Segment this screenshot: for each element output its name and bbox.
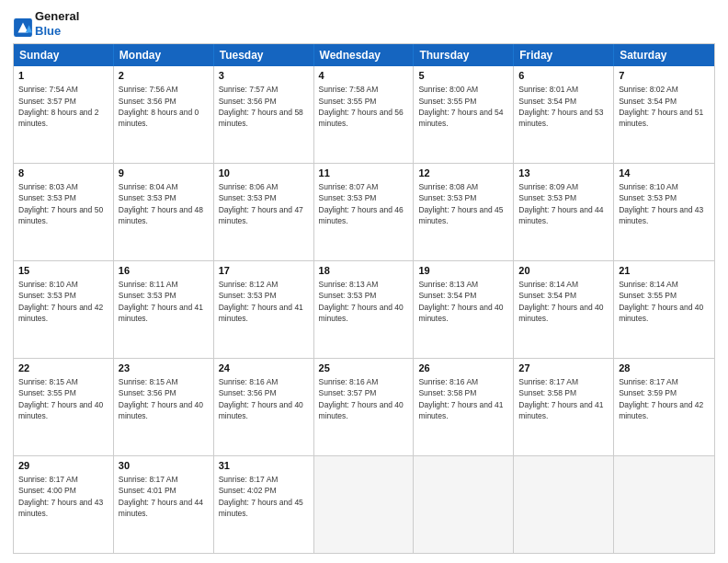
cell-info: Sunrise: 8:10 AMSunset: 3:53 PMDaylight:… (18, 280, 103, 323)
day-number: 7 (619, 69, 710, 83)
day-number: 12 (418, 167, 508, 180)
day-number: 26 (418, 362, 508, 375)
day-number: 30 (119, 459, 209, 473)
cell-info: Sunrise: 8:09 AMSunset: 3:53 PMDaylight:… (518, 182, 603, 225)
calendar: Sunday Monday Tuesday Wednesday Thursday… (13, 43, 715, 554)
week-row-4: 22Sunrise: 8:15 AMSunset: 3:55 PMDayligh… (14, 358, 714, 455)
cell-info: Sunrise: 8:15 AMSunset: 3:55 PMDaylight:… (18, 377, 103, 420)
day-number: 10 (219, 167, 309, 180)
table-row: 22Sunrise: 8:15 AMSunset: 3:55 PMDayligh… (14, 359, 114, 455)
day-number: 9 (119, 167, 209, 180)
week-row-1: 1Sunrise: 7:54 AMSunset: 3:57 PMDaylight… (14, 66, 714, 163)
day-number: 19 (418, 264, 508, 278)
cell-info: Sunrise: 8:01 AMSunset: 3:54 PMDaylight:… (518, 85, 603, 128)
table-row: 30Sunrise: 8:17 AMSunset: 4:01 PMDayligh… (114, 456, 214, 553)
cell-info: Sunrise: 8:17 AMSunset: 4:00 PMDaylight:… (18, 475, 103, 518)
calendar-body: 1Sunrise: 7:54 AMSunset: 3:57 PMDaylight… (14, 66, 714, 553)
day-number: 23 (119, 362, 209, 375)
cell-info: Sunrise: 8:16 AMSunset: 3:58 PMDaylight:… (418, 377, 503, 420)
table-row: 25Sunrise: 8:16 AMSunset: 3:57 PMDayligh… (314, 359, 415, 455)
day-number: 20 (518, 264, 609, 278)
day-number: 17 (219, 264, 309, 278)
table-row: 9Sunrise: 8:04 AMSunset: 3:53 PMDaylight… (114, 164, 214, 260)
header-thursday: Thursday (414, 44, 514, 66)
table-row: 27Sunrise: 8:17 AMSunset: 3:58 PMDayligh… (514, 359, 614, 455)
table-row: 19Sunrise: 8:13 AMSunset: 3:54 PMDayligh… (414, 261, 514, 358)
header-wednesday: Wednesday (314, 44, 415, 66)
table-row: 21Sunrise: 8:14 AMSunset: 3:55 PMDayligh… (614, 261, 714, 358)
cell-info: Sunrise: 8:17 AMSunset: 3:58 PMDaylight:… (518, 377, 603, 420)
logo: General Blue (13, 9, 79, 38)
table-row (414, 456, 514, 553)
table-row: 26Sunrise: 8:16 AMSunset: 3:58 PMDayligh… (414, 359, 514, 455)
week-row-3: 15Sunrise: 8:10 AMSunset: 3:53 PMDayligh… (14, 260, 714, 358)
day-number: 31 (219, 459, 309, 473)
day-number: 27 (518, 362, 609, 375)
day-number: 15 (18, 264, 108, 278)
day-number: 3 (219, 69, 309, 83)
cell-info: Sunrise: 8:06 AMSunset: 3:53 PMDaylight:… (219, 182, 303, 225)
header: General Blue (13, 9, 715, 38)
table-row: 4Sunrise: 7:58 AMSunset: 3:55 PMDaylight… (314, 66, 415, 163)
table-row: 29Sunrise: 8:17 AMSunset: 4:00 PMDayligh… (14, 456, 114, 553)
table-row: 28Sunrise: 8:17 AMSunset: 3:59 PMDayligh… (614, 359, 714, 455)
cell-info: Sunrise: 8:10 AMSunset: 3:53 PMDaylight:… (619, 182, 703, 225)
calendar-header: Sunday Monday Tuesday Wednesday Thursday… (14, 44, 714, 66)
logo-icon (13, 17, 33, 38)
table-row (314, 456, 415, 553)
table-row: 14Sunrise: 8:10 AMSunset: 3:53 PMDayligh… (614, 164, 714, 260)
cell-info: Sunrise: 8:17 AMSunset: 4:02 PMDaylight:… (219, 475, 303, 518)
table-row: 8Sunrise: 8:03 AMSunset: 3:53 PMDaylight… (14, 164, 114, 260)
cell-info: Sunrise: 7:58 AMSunset: 3:55 PMDaylight:… (319, 85, 404, 128)
header-monday: Monday (114, 44, 214, 66)
table-row: 1Sunrise: 7:54 AMSunset: 3:57 PMDaylight… (14, 66, 114, 163)
cell-info: Sunrise: 8:14 AMSunset: 3:54 PMDaylight:… (518, 280, 603, 323)
day-number: 13 (518, 167, 609, 180)
table-row: 18Sunrise: 8:13 AMSunset: 3:53 PMDayligh… (314, 261, 415, 358)
day-number: 1 (18, 69, 108, 83)
cell-info: Sunrise: 8:02 AMSunset: 3:54 PMDaylight:… (619, 85, 703, 128)
day-number: 2 (119, 69, 209, 83)
cell-info: Sunrise: 8:04 AMSunset: 3:53 PMDaylight:… (119, 182, 203, 225)
table-row (614, 456, 714, 553)
cell-info: Sunrise: 7:57 AMSunset: 3:56 PMDaylight:… (219, 85, 303, 128)
table-row: 11Sunrise: 8:07 AMSunset: 3:53 PMDayligh… (314, 164, 415, 260)
table-row: 6Sunrise: 8:01 AMSunset: 3:54 PMDaylight… (514, 66, 614, 163)
header-friday: Friday (514, 44, 614, 66)
day-number: 21 (619, 264, 710, 278)
table-row (514, 456, 614, 553)
day-number: 6 (518, 69, 609, 83)
cell-info: Sunrise: 8:07 AMSunset: 3:53 PMDaylight:… (319, 182, 404, 225)
table-row: 23Sunrise: 8:15 AMSunset: 3:56 PMDayligh… (114, 359, 214, 455)
day-number: 5 (418, 69, 508, 83)
cell-info: Sunrise: 8:13 AMSunset: 3:54 PMDaylight:… (418, 280, 503, 323)
day-number: 18 (319, 264, 409, 278)
table-row: 31Sunrise: 8:17 AMSunset: 4:02 PMDayligh… (214, 456, 314, 553)
cell-info: Sunrise: 8:16 AMSunset: 3:56 PMDaylight:… (219, 377, 303, 420)
cell-info: Sunrise: 8:17 AMSunset: 3:59 PMDaylight:… (619, 377, 703, 420)
cell-info: Sunrise: 8:11 AMSunset: 3:53 PMDaylight:… (119, 280, 203, 323)
day-number: 29 (18, 459, 108, 473)
logo-text: General Blue (35, 9, 79, 38)
day-number: 4 (319, 69, 409, 83)
table-row: 10Sunrise: 8:06 AMSunset: 3:53 PMDayligh… (214, 164, 314, 260)
table-row: 3Sunrise: 7:57 AMSunset: 3:56 PMDaylight… (214, 66, 314, 163)
cell-info: Sunrise: 8:14 AMSunset: 3:55 PMDaylight:… (619, 280, 703, 323)
day-number: 16 (119, 264, 209, 278)
table-row: 20Sunrise: 8:14 AMSunset: 3:54 PMDayligh… (514, 261, 614, 358)
table-row: 15Sunrise: 8:10 AMSunset: 3:53 PMDayligh… (14, 261, 114, 358)
table-row: 5Sunrise: 8:00 AMSunset: 3:55 PMDaylight… (414, 66, 514, 163)
day-number: 24 (219, 362, 309, 375)
day-number: 22 (18, 362, 108, 375)
cell-info: Sunrise: 8:08 AMSunset: 3:53 PMDaylight:… (418, 182, 503, 225)
day-number: 25 (319, 362, 409, 375)
day-number: 28 (619, 362, 710, 375)
week-row-2: 8Sunrise: 8:03 AMSunset: 3:53 PMDaylight… (14, 163, 714, 260)
table-row: 12Sunrise: 8:08 AMSunset: 3:53 PMDayligh… (414, 164, 514, 260)
table-row: 17Sunrise: 8:12 AMSunset: 3:53 PMDayligh… (214, 261, 314, 358)
week-row-5: 29Sunrise: 8:17 AMSunset: 4:00 PMDayligh… (14, 455, 714, 553)
page: General Blue Sunday Monday Tuesday Wedne… (0, 0, 728, 563)
table-row: 13Sunrise: 8:09 AMSunset: 3:53 PMDayligh… (514, 164, 614, 260)
cell-info: Sunrise: 8:17 AMSunset: 4:01 PMDaylight:… (119, 475, 203, 518)
cell-info: Sunrise: 7:56 AMSunset: 3:56 PMDaylight:… (119, 85, 199, 128)
